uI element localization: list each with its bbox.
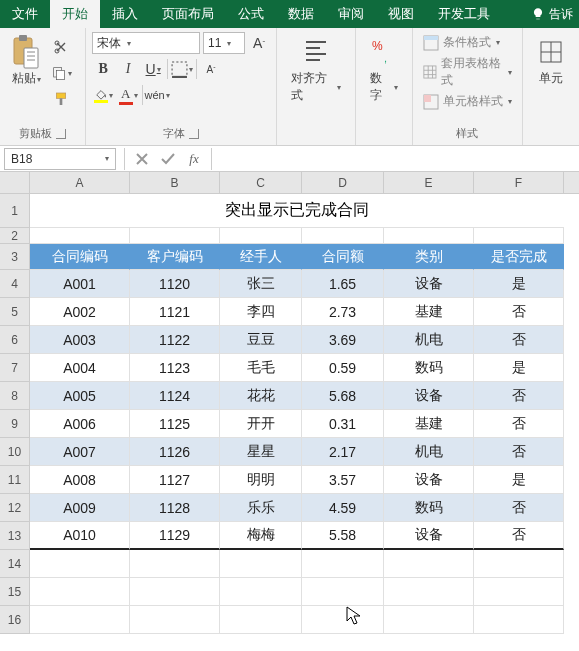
cell[interactable]: A003 [30,326,130,354]
cell-styles-button[interactable]: 单元格样式▾ [423,93,512,110]
col-header-f[interactable]: F [474,172,564,193]
cell[interactable]: 设备 [384,270,474,298]
font-size-combo[interactable]: 11▾ [203,32,245,54]
cell[interactable]: 设备 [384,382,474,410]
cell[interactable]: A006 [30,410,130,438]
italic-button[interactable]: I [117,58,139,80]
cell[interactable] [130,550,220,578]
cell[interactable]: 1124 [130,382,220,410]
cell[interactable]: A007 [30,438,130,466]
name-box[interactable]: B18▾ [4,148,116,170]
tab-insert[interactable]: 插入 [100,0,150,28]
cell[interactable]: A008 [30,466,130,494]
th-amount[interactable]: 合同额 [302,244,384,270]
cell[interactable] [30,606,130,634]
cell[interactable]: 1128 [130,494,220,522]
cell[interactable]: 0.31 [302,410,384,438]
cell[interactable]: 否 [474,298,564,326]
border-button[interactable]: ▾ [171,58,193,80]
cell[interactable] [384,550,474,578]
tab-formulas[interactable]: 公式 [226,0,276,28]
phonetic-button[interactable]: wén▾ [146,84,168,106]
tab-home[interactable]: 开始 [50,0,100,28]
cell[interactable]: 1121 [130,298,220,326]
cell[interactable]: 基建 [384,410,474,438]
row-header[interactable]: 11 [0,466,30,494]
cell[interactable]: 否 [474,438,564,466]
cell[interactable] [474,228,564,244]
cell[interactable]: 否 [474,410,564,438]
number-button[interactable]: %, 数字▾ [362,32,406,104]
select-all-corner[interactable] [0,172,30,193]
col-header-b[interactable]: B [130,172,220,193]
cell[interactable] [220,578,302,606]
row-header[interactable]: 10 [0,438,30,466]
cell[interactable]: 花花 [220,382,302,410]
cell[interactable] [130,578,220,606]
cell[interactable]: 1127 [130,466,220,494]
title-cell[interactable]: 突出显示已完成合同 [30,194,564,228]
cell[interactable]: 0.59 [302,354,384,382]
cell[interactable]: 否 [474,382,564,410]
cell[interactable]: 星星 [220,438,302,466]
cell[interactable] [30,550,130,578]
tell-me[interactable]: 告诉 [531,6,579,23]
cell[interactable]: A005 [30,382,130,410]
cell[interactable]: 开开 [220,410,302,438]
tab-page-layout[interactable]: 页面布局 [150,0,226,28]
cell[interactable]: 豆豆 [220,326,302,354]
cell[interactable]: 否 [474,494,564,522]
row-header[interactable]: 6 [0,326,30,354]
cell[interactable]: A002 [30,298,130,326]
format-painter-button[interactable] [50,88,72,110]
cell[interactable]: 李四 [220,298,302,326]
fill-color-button[interactable]: ▾ [92,84,114,106]
formula-input[interactable] [216,148,579,170]
cell[interactable]: 机电 [384,326,474,354]
col-header-e[interactable]: E [384,172,474,193]
cell[interactable]: 1122 [130,326,220,354]
row-header[interactable]: 13 [0,522,30,550]
cell[interactable]: 5.68 [302,382,384,410]
col-header-a[interactable]: A [30,172,130,193]
cell[interactable]: 1.65 [302,270,384,298]
cell[interactable]: A004 [30,354,130,382]
row-header[interactable]: 2 [0,228,30,244]
th-completed[interactable]: 是否完成 [474,244,564,270]
cell[interactable]: 是 [474,354,564,382]
cell[interactable]: 设备 [384,522,474,550]
cell[interactable] [474,606,564,634]
cell[interactable]: 2.17 [302,438,384,466]
format-table-button[interactable]: 套用表格格式▾ [423,55,512,89]
cell[interactable]: 1120 [130,270,220,298]
cell[interactable]: A009 [30,494,130,522]
cell[interactable] [302,578,384,606]
cell[interactable] [220,550,302,578]
th-category[interactable]: 类别 [384,244,474,270]
row-header[interactable]: 1 [0,194,30,228]
cell[interactable]: 明明 [220,466,302,494]
cell[interactable] [302,228,384,244]
cell[interactable] [384,228,474,244]
cell[interactable]: A010 [30,522,130,550]
cell[interactable]: 梅梅 [220,522,302,550]
cancel-button[interactable] [129,148,155,170]
copy-button[interactable]: ▾ [50,62,72,84]
clipboard-launcher[interactable] [56,129,66,139]
tab-data[interactable]: 数据 [276,0,326,28]
th-contract-code[interactable]: 合同编码 [30,244,130,270]
cell[interactable] [302,550,384,578]
col-header-c[interactable]: C [220,172,302,193]
cell[interactable]: 1129 [130,522,220,550]
cell[interactable] [220,228,302,244]
cell[interactable]: 1123 [130,354,220,382]
row-header[interactable]: 12 [0,494,30,522]
cells-button[interactable]: 单元 [529,32,573,87]
enter-button[interactable] [155,148,181,170]
cell[interactable]: 毛毛 [220,354,302,382]
cell[interactable]: 4.59 [302,494,384,522]
cell[interactable] [302,606,384,634]
cell[interactable] [474,578,564,606]
cell[interactable]: 否 [474,326,564,354]
font-name-combo[interactable]: 宋体▾ [92,32,200,54]
